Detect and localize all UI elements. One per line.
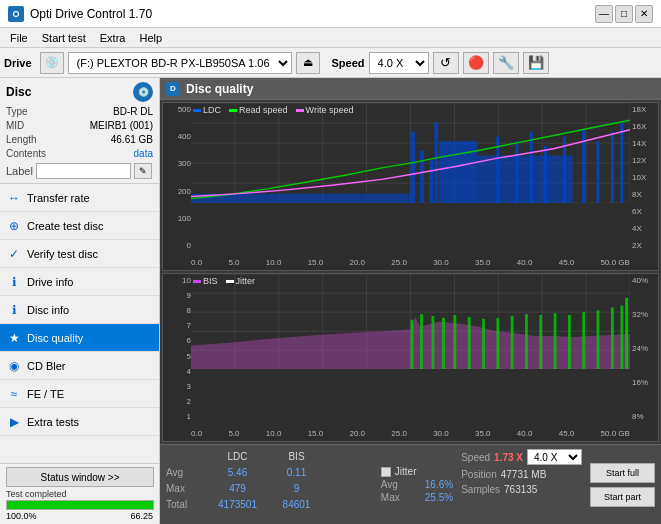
jitter-max-label: Max [381, 492, 421, 503]
jitter-checkbox[interactable]: ✓ [381, 467, 391, 477]
disc-length-row: Length 46.61 GB [6, 133, 153, 147]
minimize-button[interactable]: — [595, 5, 613, 23]
label-edit-button[interactable]: ✎ [134, 163, 152, 179]
jitter-avg-val: 16.6% [425, 479, 453, 490]
stats-total-row: Total 4173501 84601 [166, 497, 373, 513]
chart-ldc: 500 400 300 200 100 0 18X 16X 14X 12X 10… [162, 102, 659, 271]
stats-table: LDC BIS Avg 5.46 0.11 Max 479 9 Total 41… [166, 449, 373, 520]
contents-label: Contents [6, 147, 46, 161]
menu-start-test[interactable]: Start test [36, 31, 92, 45]
speed-select[interactable]: 4.0 X [369, 52, 429, 74]
start-full-button[interactable]: Start full [590, 463, 655, 483]
legend-write-speed: Write speed [296, 105, 354, 115]
sidebar-item-create-test-disc[interactable]: ⊕ Create test disc [0, 212, 159, 240]
disc-icon: 💿 [133, 82, 153, 102]
sidebar: Disc 💿 Type BD-R DL MID MEIRB1 (001) Len… [0, 78, 160, 524]
disc-info-icon: ℹ [6, 302, 22, 318]
jitter-avg-row: Avg 16.6% [381, 479, 453, 490]
label-input[interactable] [36, 163, 131, 179]
tools-button[interactable]: 🔧 [493, 52, 519, 74]
svg-rect-24 [515, 141, 518, 203]
sidebar-item-disc-info[interactable]: ℹ Disc info [0, 296, 159, 324]
eject-button[interactable]: ⏏ [296, 52, 320, 74]
status-window-button[interactable]: Status window >> [6, 467, 154, 487]
disc-panel-header: Disc 💿 [6, 82, 153, 102]
svg-rect-54 [468, 317, 471, 369]
refresh-button[interactable]: ↺ [433, 52, 459, 74]
svg-rect-20 [434, 122, 438, 203]
create-test-label: Create test disc [27, 220, 103, 232]
bis-color [193, 280, 201, 283]
transfer-rate-icon: ↔ [6, 190, 22, 206]
transfer-rate-label: Transfer rate [27, 192, 90, 204]
read-speed-color [229, 109, 237, 112]
sidebar-item-fe-te[interactable]: ≈ FE / TE [0, 380, 159, 408]
disc-type-row: Type BD-R DL [6, 105, 153, 119]
type-value: BD-R DL [113, 105, 153, 119]
burn-button[interactable]: 🔴 [463, 52, 489, 74]
sidebar-item-drive-info[interactable]: ℹ Drive info [0, 268, 159, 296]
sidebar-item-cd-bler[interactable]: ◉ CD Bler [0, 352, 159, 380]
app-title: Opti Drive Control 1.70 [30, 7, 152, 21]
samples-label: Samples [461, 484, 500, 495]
menubar: File Start test Extra Help [0, 28, 661, 48]
jitter-color [226, 280, 234, 283]
svg-rect-55 [482, 319, 485, 370]
chart2-svg [191, 274, 630, 369]
app-icon: O [8, 6, 24, 22]
mid-value: MEIRB1 (001) [90, 119, 153, 133]
total-ldc: 4173501 [210, 497, 265, 513]
speed-label-text: Speed [461, 452, 490, 463]
start-part-button[interactable]: Start part [590, 487, 655, 507]
label-key: Label [6, 165, 33, 177]
close-button[interactable]: ✕ [635, 5, 653, 23]
progress-pct: 100.0% [6, 511, 37, 521]
svg-rect-18 [420, 151, 424, 203]
titlebar-left: O Opti Drive Control 1.70 [8, 6, 152, 22]
disc-contents-row: Contents data [6, 147, 153, 161]
svg-rect-17 [411, 132, 416, 204]
total-label: Total [166, 497, 206, 513]
svg-rect-64 [611, 307, 614, 369]
menu-extra[interactable]: Extra [94, 31, 132, 45]
drive-toolbar: Drive 💿 (F:) PLEXTOR BD-R PX-LB950SA 1.0… [0, 48, 661, 78]
sidebar-item-verify-test-disc[interactable]: ✓ Verify test disc [0, 240, 159, 268]
progress-area: Test completed 100.0% 66.25 [6, 489, 153, 521]
progress-text: 100.0% 66.25 [6, 511, 153, 521]
extra-tests-icon: ▶ [6, 414, 22, 430]
sidebar-item-extra-tests[interactable]: ▶ Extra tests [0, 408, 159, 436]
sidebar-item-transfer-rate[interactable]: ↔ Transfer rate [0, 184, 159, 212]
ldc-color [193, 109, 201, 112]
menu-file[interactable]: File [4, 31, 34, 45]
avg-label: Avg [166, 465, 206, 481]
main-content: Disc 💿 Type BD-R DL MID MEIRB1 (001) Len… [0, 78, 661, 524]
chart2-legend: BIS Jitter [193, 276, 255, 286]
svg-rect-25 [530, 132, 533, 204]
legend-bis: BIS [193, 276, 218, 286]
chart-bis: 10 9 8 7 6 5 4 3 2 1 40% 32% 24% 16% 8% [162, 273, 659, 442]
chart2-y-left: 10 9 8 7 6 5 4 3 2 1 [163, 274, 191, 423]
legend-read-speed: Read speed [229, 105, 288, 115]
type-label: Type [6, 105, 28, 119]
drive-select[interactable]: (F:) PLEXTOR BD-R PX-LB950SA 1.06 [68, 52, 292, 74]
stats-bar: LDC BIS Avg 5.46 0.11 Max 479 9 Total 41… [160, 444, 661, 524]
menu-help[interactable]: Help [133, 31, 168, 45]
chart2-x-axis: 0.0 5.0 10.0 15.0 20.0 25.0 30.0 35.0 40… [191, 425, 630, 441]
chart1-y-right: 18X 16X 14X 12X 10X 8X 6X 4X 2X [630, 103, 658, 252]
svg-rect-30 [611, 132, 614, 204]
create-test-icon: ⊕ [6, 218, 22, 234]
maximize-button[interactable]: □ [615, 5, 633, 23]
position-row: Position 47731 MB [461, 469, 582, 480]
save-button[interactable]: 💾 [523, 52, 549, 74]
position-value: 47731 MB [501, 469, 547, 480]
speed-value: 1.73 X [494, 452, 523, 463]
sidebar-item-disc-quality[interactable]: ★ Disc quality [0, 324, 159, 352]
disc-quality-icon: ★ [6, 330, 22, 346]
speed-select-stats[interactable]: 4.0 X [527, 449, 582, 465]
disc-panel-title: Disc [6, 85, 31, 99]
avg-bis: 0.11 [269, 465, 324, 481]
disc-quality-title: Disc quality [186, 82, 253, 96]
svg-rect-29 [597, 141, 600, 203]
chart1-legend: LDC Read speed Write speed [193, 105, 353, 115]
jitter-header-row: ✓ Jitter [381, 466, 453, 477]
